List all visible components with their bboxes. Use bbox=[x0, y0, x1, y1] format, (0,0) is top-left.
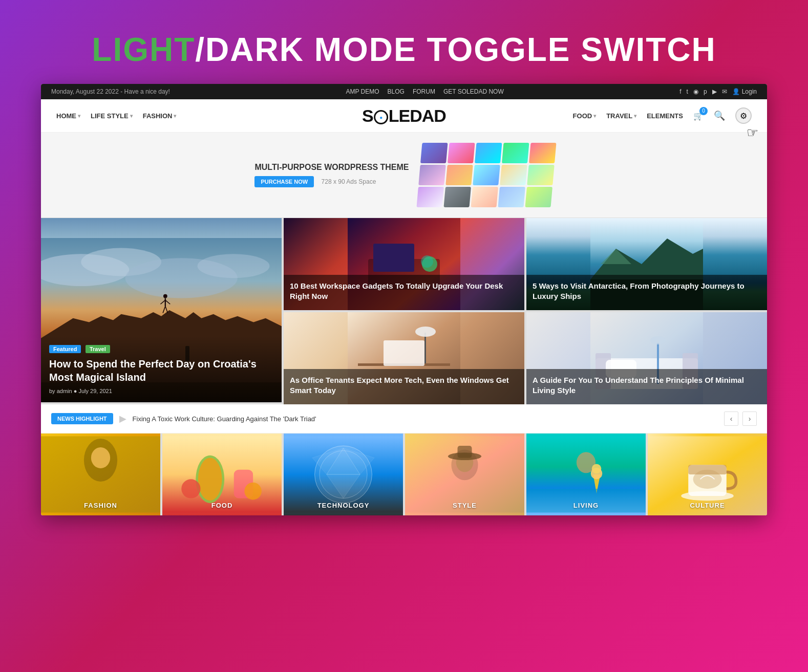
ad-image-13 bbox=[471, 187, 498, 207]
svg-point-16 bbox=[421, 255, 433, 268]
top-bar: Monday, August 22 2022 - Have a nice day… bbox=[41, 84, 767, 99]
ad-image-7 bbox=[445, 165, 473, 185]
svg-point-41 bbox=[244, 483, 262, 500]
category-style-label: STYLE bbox=[405, 502, 524, 509]
article-top-mid-title: 10 Best Workspace Gadgets To Totally Upg… bbox=[290, 281, 518, 301]
purchase-button[interactable]: PURCHASE NOW bbox=[254, 176, 314, 187]
article-bottom-mid[interactable]: As Office Tenants Expect More Tech, Even… bbox=[284, 312, 524, 404]
ad-images bbox=[416, 143, 556, 207]
nav-food[interactable]: FOOD ▾ bbox=[573, 112, 597, 120]
title-light: LIGHT bbox=[92, 31, 195, 68]
pinterest-icon[interactable]: p bbox=[704, 88, 707, 95]
ad-image-12 bbox=[443, 187, 471, 207]
category-food[interactable]: FOOD bbox=[162, 433, 282, 515]
title-separator: / bbox=[195, 31, 205, 68]
article-bottom-mid-overlay: As Office Tenants Expect More Tech, Even… bbox=[284, 369, 524, 404]
article-main-overlay: Featured Travel How to Spend the Perfect… bbox=[41, 336, 282, 402]
category-technology[interactable]: TECHNOLOGY bbox=[284, 433, 403, 515]
ad-image-11 bbox=[416, 187, 443, 207]
category-living[interactable]: LIVING bbox=[526, 433, 646, 515]
site-logo[interactable]: SLEDAD bbox=[362, 106, 446, 126]
svg-point-25 bbox=[415, 327, 436, 337]
ad-image-6 bbox=[418, 165, 445, 185]
svg-point-35 bbox=[91, 447, 110, 468]
cart-button[interactable]: 🛒 0 bbox=[693, 111, 704, 121]
topbar-nav: AMP DEMO BLOG FORUM GET SOLEDAD NOW bbox=[346, 88, 503, 95]
category-culture[interactable]: CULTURE bbox=[648, 433, 767, 515]
svg-point-58 bbox=[592, 464, 602, 473]
article-bottom-right-title: A Guide For You To Understand The Princi… bbox=[533, 375, 761, 395]
svg-point-38 bbox=[198, 458, 222, 501]
main-nav-inner: HOME ▾ LIFE STYLE ▾ FASHION ▾ SLEDAD bbox=[56, 107, 752, 124]
article-top-mid[interactable]: 10 Best Workspace Gadgets To Totally Upg… bbox=[284, 218, 524, 310]
svg-point-64 bbox=[693, 470, 722, 489]
category-living-label: LIVING bbox=[526, 502, 646, 509]
nav-lifestyle[interactable]: LIFE STYLE ▾ bbox=[91, 112, 133, 120]
ad-size-text: 728 x 90 Ads Space bbox=[322, 178, 376, 185]
category-culture-label: CULTURE bbox=[648, 502, 767, 509]
category-technology-label: TECHNOLOGY bbox=[284, 502, 403, 509]
news-highlight-badge: NEWS HIGHLIGHT bbox=[51, 413, 113, 424]
topbar-get-soledad[interactable]: GET SOLEDAD NOW bbox=[443, 88, 504, 95]
travel-chevron-icon: ▾ bbox=[634, 113, 636, 119]
email-icon[interactable]: ✉ bbox=[722, 88, 727, 95]
ad-image-14 bbox=[498, 187, 525, 207]
instagram-icon[interactable]: ◉ bbox=[693, 88, 698, 95]
fashion-chevron-icon: ▾ bbox=[174, 113, 176, 119]
logo-o bbox=[374, 110, 388, 124]
ad-image-15 bbox=[525, 187, 552, 207]
cart-badge: 0 bbox=[699, 107, 708, 115]
ad-title: MULTI-PURPOSE WORDPRESS THEME bbox=[254, 163, 409, 172]
article-bottom-right[interactable]: A Guide For You To Understand The Princi… bbox=[526, 312, 767, 404]
svg-point-40 bbox=[181, 479, 200, 498]
news-highlight-text: Fixing A Toxic Work Culture: Guarding Ag… bbox=[133, 415, 718, 423]
login-button[interactable]: 👤 Login bbox=[732, 88, 757, 95]
nav-fashion[interactable]: FASHION ▾ bbox=[143, 112, 177, 120]
news-highlight-bar: NEWS HIGHLIGHT ▶ Fixing A Toxic Work Cul… bbox=[41, 404, 767, 433]
article-main-meta: by admin ● July 29, 2021 bbox=[49, 388, 273, 394]
article-top-right-title: 5 Ways to Visit Antarctica, From Photogr… bbox=[533, 281, 761, 301]
article-main[interactable]: Featured Travel How to Spend the Perfect… bbox=[41, 218, 282, 402]
news-next-button[interactable]: › bbox=[742, 411, 757, 426]
article-top-right[interactable]: 5 Ways to Visit Antarctica, From Photogr… bbox=[526, 218, 767, 310]
ad-banner: MULTI-PURPOSE WORDPRESS THEME PURCHASE N… bbox=[41, 133, 767, 218]
login-user-icon: 👤 bbox=[732, 88, 740, 95]
article-main-title: How to Spend the Perfect Day on Croatia'… bbox=[49, 357, 273, 384]
ad-text-area: MULTI-PURPOSE WORDPRESS THEME PURCHASE N… bbox=[254, 163, 409, 187]
news-prev-button[interactable]: ‹ bbox=[724, 411, 738, 426]
topbar-social: f t ◉ p ▶ ✉ 👤 Login bbox=[679, 88, 757, 95]
ad-image-5 bbox=[529, 143, 556, 163]
topbar-amp-demo[interactable]: AMP DEMO bbox=[346, 88, 379, 95]
svg-rect-14 bbox=[373, 244, 414, 272]
twitter-icon[interactable]: t bbox=[687, 88, 688, 95]
nav-left: HOME ▾ LIFE STYLE ▾ FASHION ▾ bbox=[56, 112, 176, 120]
article-bottom-right-overlay: A Guide For You To Understand The Princi… bbox=[526, 369, 767, 404]
category-fashion[interactable]: FASHION bbox=[41, 433, 160, 515]
topbar-forum[interactable]: FORUM bbox=[413, 88, 435, 95]
ad-image-3 bbox=[475, 143, 502, 163]
category-fashion-label: FASHION bbox=[41, 502, 160, 509]
svg-point-6 bbox=[163, 294, 167, 298]
tag-travel: Travel bbox=[86, 345, 110, 353]
news-arrow-icon: ▶ bbox=[119, 413, 126, 424]
category-style[interactable]: STYLE bbox=[405, 433, 524, 515]
page-title-area: LIGHT/DARK MODE TOGGLE SWITCH bbox=[41, 31, 767, 69]
nav-elements[interactable]: ELEMENTS bbox=[647, 112, 683, 120]
news-nav: ‹ › bbox=[724, 411, 757, 426]
topbar-date: Monday, August 22 2022 - Have a nice day… bbox=[51, 88, 170, 95]
svg-point-32 bbox=[650, 336, 666, 344]
lifestyle-chevron-icon: ▾ bbox=[130, 113, 133, 119]
article-top-mid-overlay: 10 Best Workspace Gadgets To Totally Upg… bbox=[284, 275, 524, 310]
search-button[interactable]: 🔍 bbox=[714, 110, 725, 121]
home-chevron-icon: ▾ bbox=[78, 113, 80, 119]
nav-home[interactable]: HOME ▾ bbox=[56, 112, 80, 120]
nav-travel[interactable]: TRAVEL ▾ bbox=[606, 112, 636, 120]
article-bottom-mid-title: As Office Tenants Expect More Tech, Even… bbox=[290, 375, 518, 395]
facebook-icon[interactable]: f bbox=[679, 88, 681, 95]
theme-toggle-button[interactable]: ⚙ ☞ bbox=[735, 107, 752, 124]
youtube-icon[interactable]: ▶ bbox=[712, 88, 717, 95]
topbar-blog[interactable]: BLOG bbox=[388, 88, 405, 95]
gear-icon: ⚙ bbox=[740, 111, 747, 121]
ad-image-8 bbox=[473, 165, 500, 185]
articles-grid: Featured Travel How to Spend the Perfect… bbox=[41, 218, 767, 404]
